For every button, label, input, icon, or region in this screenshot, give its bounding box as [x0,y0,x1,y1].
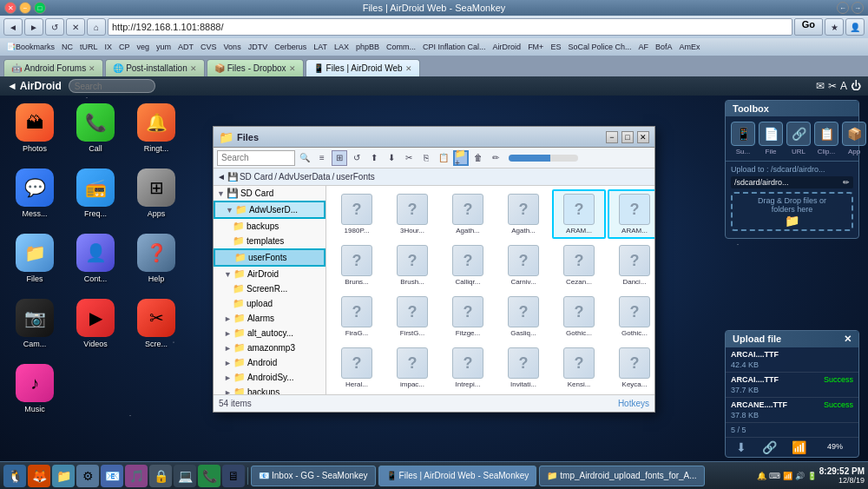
bm-nc[interactable]: NC [59,42,76,52]
tree-item-upload[interactable]: 📁 upload [214,296,326,311]
uf-wifi-icon[interactable]: 📶 [792,440,806,454]
taskbar-penguin[interactable]: 🐧 [3,465,26,487]
taskbar-lock[interactable]: 🔒 [149,465,172,487]
fw-rename-btn[interactable]: ✏ [488,150,503,166]
tab-airdroid-web[interactable]: 📱 Files | AirDroid Web ✕ [306,59,420,76]
uf-download-icon[interactable]: ⬇ [736,440,746,454]
airdroid-email-icon[interactable]: ✉ [816,80,825,92]
taskbar-monitor[interactable]: 🖥 [222,465,245,487]
file-item-agath1[interactable]: ? Agath... [441,189,495,239]
toolbox-icon-app[interactable]: 📦 App [842,122,866,155]
taskbar-mail[interactable]: 📧 [101,465,123,487]
go-button[interactable]: Go [794,18,823,36]
bm-cp[interactable]: CP [116,42,133,52]
airdroid-scissors-icon[interactable]: ✂ [828,80,837,92]
desktop-icon-call[interactable]: 📞 Call [69,100,122,156]
close-button[interactable]: ✕ [4,2,16,14]
file-item-danci1[interactable]: ? Danci... [608,241,654,290]
home-button[interactable]: ⌂ [87,18,106,36]
title-bar-right[interactable]: ← → [837,2,864,14]
breadcrumb-sdcard[interactable]: SD Card [240,172,273,182]
bm-turl[interactable]: tURL [77,42,101,52]
bm-jdtv[interactable]: JDTV [246,42,271,52]
file-item-gothic2[interactable]: ? Gothic... [608,292,654,341]
file-item-carniv[interactable]: ? Carniv... [496,241,550,290]
bm-fm[interactable]: FM+ [525,42,546,52]
tree-item-userfonts[interactable]: 📁 userFonts [214,248,326,267]
file-item-heral[interactable]: ? Heral... [330,343,384,393]
bm-lat[interactable]: LAT [311,42,330,52]
minimize-button[interactable]: − [19,2,31,14]
reload-button[interactable]: ↺ [45,18,64,36]
bm-phpbb[interactable]: phpBB [353,42,382,52]
desktop-icon-help[interactable]: ❓ Help [130,230,182,287]
breadcrumb-back[interactable]: ◄ [217,172,226,182]
bm-airdroid[interactable]: AirDroid [490,42,524,52]
fw-view-grid-btn[interactable]: ⊞ [332,150,347,166]
fw-close-btn[interactable]: ✕ [637,131,649,143]
desktop-icon-contacts[interactable]: 👤 Cont... [69,230,122,287]
taskbar-settings[interactable]: ⚙ [76,465,99,487]
bm-yum[interactable]: yum [154,42,174,52]
file-item-cezan[interactable]: ? Cezan... [552,241,606,290]
taskbar-task-tmp[interactable]: 📁 tmp_Airdroid_upload_fonts_for_A... [539,466,704,486]
fw-delete-btn[interactable]: 🗑 [470,150,486,166]
bm-cerberus[interactable]: Cerberus [272,42,309,52]
fw-search-btn[interactable]: 🔍 [297,150,312,166]
url-bar[interactable]: http://192.168.1.101:8888/ [108,18,792,36]
file-item-fitzge[interactable]: ? Fitzge... [441,292,495,341]
airdroid-font-icon[interactable]: A [840,80,847,92]
file-item-firag[interactable]: ? FiraG... [330,292,384,341]
bm-es[interactable]: ES [548,42,563,52]
tree-item-airdroid[interactable]: ▼ 📁 AirDroid [214,267,326,281]
tree-item-androidsy[interactable]: ► 📁 AndroidSy... [214,370,326,385]
file-item-gasliq[interactable]: ? Gasliq... [496,292,550,341]
drop-zone[interactable]: Drag & Drop files orfolders here📁 [731,192,853,231]
taskbar-folder[interactable]: 📁 [52,465,75,487]
file-item-invitati[interactable]: ? Invitati... [496,343,550,393]
back-button[interactable]: ◄ [3,18,23,36]
fw-search-input[interactable] [217,150,295,166]
fw-refresh-btn[interactable]: ↺ [349,150,365,166]
fw-new-folder-btn[interactable]: 📁+ [453,150,469,166]
fw-copy-btn[interactable]: ⎘ [418,150,434,166]
taskbar-phone[interactable]: 📞 [198,465,220,487]
fw-cut-btn[interactable]: ✂ [401,150,417,166]
fw-upload-btn[interactable]: ⬆ [366,150,382,166]
bm-cvs[interactable]: CVS [198,42,220,52]
toolbox-icon-url[interactable]: 🔗 URL [786,122,811,155]
bm-bofa[interactable]: BofA [653,42,675,52]
uf-close[interactable]: ✕ [844,334,852,345]
toolbox-icon-file[interactable]: 📄 File [759,122,783,155]
airdroid-power-icon[interactable]: ⏻ [851,80,861,92]
file-item-firstg[interactable]: ? FirstG... [385,292,439,341]
taskbar-task-inbox[interactable]: 📧 Inbox - GG - SeaMonkey [251,466,376,486]
file-item-aram1[interactable]: ? ARAM... [552,189,606,239]
tree-item-amazonmp3[interactable]: ► 📁 amazonmp3 [214,340,326,355]
desktop-icon-camera[interactable]: 📷 Cam... [9,295,61,352]
tab-post-installation[interactable]: 🌐 Post-installation ✕ [105,59,205,76]
bookmarks-btn[interactable]: ★ [825,18,844,36]
file-item-1980p[interactable]: ? 1980P... [330,189,384,239]
fw-download-btn[interactable]: ⬇ [384,150,399,166]
desktop-icon-screen[interactable]: ✂ Scre... [130,295,182,352]
fw-hotkeys[interactable]: Hotkeys [618,399,649,408]
file-item-brush[interactable]: ? Brush... [385,241,439,290]
bm-comm[interactable]: Comm... [384,42,418,52]
taskbar-task-airdroid[interactable]: 📱 Files | AirDroid Web - SeaMonkey [378,466,537,486]
bm-adt[interactable]: ADT [175,42,196,52]
desktop-icon-messages[interactable]: 💬 Mess... [9,165,61,221]
bm-veg[interactable]: veg [135,42,153,52]
file-item-impac[interactable]: ? impac... [385,343,439,393]
desktop-icon-music[interactable]: ♪ Music [9,360,61,417]
tree-item-backups[interactable]: 📁 backups [214,219,326,234]
file-item-keyca1[interactable]: ? Keyca... [608,343,654,393]
desktop-icon-freq[interactable]: 📻 Freq... [69,165,122,221]
file-item-gothic1[interactable]: ? Gothic... [552,292,606,341]
toolbox-icon-su[interactable]: 📱 Su... [731,122,755,155]
profile-btn[interactable]: 👤 [845,18,865,36]
bm-af[interactable]: AF [635,42,651,52]
bm-cpi[interactable]: CPI Inflation Cal... [420,42,489,52]
file-item-aram2[interactable]: ? ARAM... [608,189,654,239]
fw-view-list-btn[interactable]: ≡ [314,150,330,166]
